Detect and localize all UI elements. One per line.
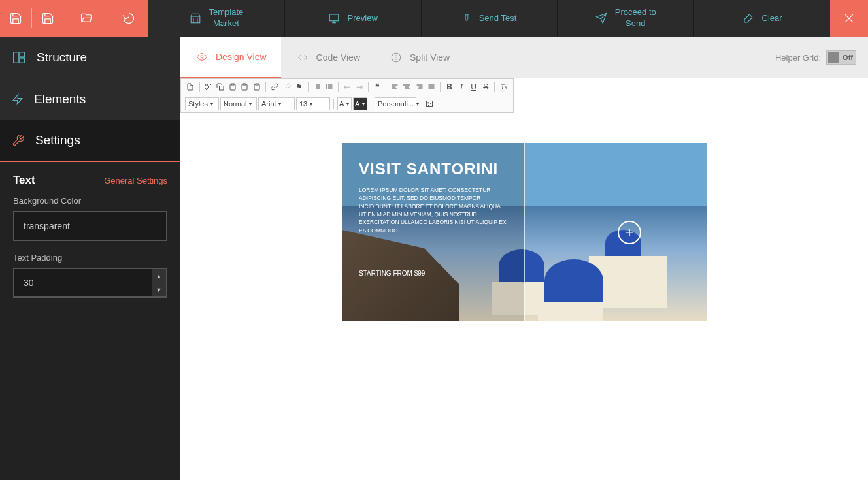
- sidebar-tab-settings[interactable]: Settings: [0, 120, 180, 162]
- svg-point-34: [326, 87, 327, 88]
- save-button[interactable]: [0, 0, 31, 37]
- rte-bg-color[interactable]: A: [353, 97, 367, 110]
- rte-blockquote[interactable]: ❝: [372, 81, 383, 93]
- rte-bold[interactable]: B: [444, 81, 455, 93]
- close-icon: [843, 12, 856, 25]
- svg-rect-14: [20, 57, 24, 62]
- tab-split-view[interactable]: Split View: [375, 37, 464, 78]
- email-price-text[interactable]: STARTING FROM $99: [359, 270, 507, 277]
- close-button[interactable]: [830, 0, 868, 37]
- email-block[interactable]: VISIT SANTORINI LOREM IPSUM DOLOR SIT AM…: [342, 143, 707, 321]
- svg-point-19: [205, 84, 207, 86]
- rte-ol[interactable]: [312, 81, 323, 93]
- svg-point-33: [326, 85, 327, 86]
- rte-paste-word[interactable]: [252, 81, 263, 93]
- proceed-send-button[interactable]: Proceed to Send: [558, 0, 694, 37]
- padding-input[interactable]: [13, 268, 167, 298]
- toolbar-file-group: [0, 0, 148, 37]
- ul-icon: [326, 83, 333, 91]
- send-icon: [595, 12, 607, 24]
- rte-align-center[interactable]: [402, 81, 413, 93]
- column-divider: [524, 143, 525, 321]
- general-settings-link[interactable]: General Settings: [104, 176, 167, 185]
- rte-new-doc[interactable]: [185, 81, 196, 93]
- rte-unlink[interactable]: [282, 81, 293, 93]
- email-heading[interactable]: VISIT SANTORINI: [359, 160, 507, 178]
- unlink-icon: [283, 83, 291, 91]
- rte-paste[interactable]: [227, 81, 239, 93]
- folder-open-icon: [79, 12, 93, 24]
- svg-rect-3: [329, 14, 339, 21]
- rte-personalize[interactable]: Personali...: [375, 97, 416, 110]
- align-justify-icon: [427, 83, 435, 91]
- svg-rect-26: [256, 84, 258, 85]
- rte-copy[interactable]: [215, 81, 226, 93]
- rte-strike[interactable]: S: [480, 81, 492, 93]
- save-as-button[interactable]: [32, 0, 63, 37]
- svg-line-9: [749, 14, 752, 18]
- rte-ul[interactable]: [324, 81, 335, 93]
- rte-indent[interactable]: ⇥: [354, 81, 365, 93]
- rte-styles-select[interactable]: Styles: [185, 97, 219, 110]
- add-element-button[interactable]: +: [618, 221, 641, 244]
- rte-format-select[interactable]: Normal: [220, 97, 257, 110]
- align-left-icon: [391, 83, 399, 91]
- market-icon: [190, 12, 201, 24]
- svg-marker-15: [13, 94, 22, 104]
- sidebar: Structure Elements Settings Text General…: [0, 37, 180, 480]
- paste-icon: [229, 83, 237, 91]
- toolbar-main-group: Template Market Preview Send Test Procee…: [148, 0, 830, 37]
- bg-color-input[interactable]: [13, 211, 167, 241]
- structure-label: Structure: [37, 50, 87, 65]
- rte-cut[interactable]: [203, 81, 214, 93]
- svg-rect-24: [231, 84, 234, 85]
- split-icon: [389, 52, 403, 63]
- rte-italic[interactable]: I: [456, 81, 467, 93]
- open-button[interactable]: [63, 0, 109, 37]
- svg-rect-0: [191, 16, 200, 23]
- rte-font-select[interactable]: Arial: [258, 97, 295, 110]
- settings-panel: Text General Settings Background Color T…: [0, 162, 180, 310]
- rte-link[interactable]: [269, 81, 280, 93]
- copy-icon: [216, 83, 224, 91]
- rte-outdent[interactable]: ⇤: [342, 81, 353, 93]
- preview-button[interactable]: Preview: [285, 0, 422, 37]
- email-body-text[interactable]: LOREM IPSUM DOLOR SIT AMET, CONSECTETUR …: [359, 186, 507, 234]
- code-view-label: Code View: [316, 52, 360, 63]
- sidebar-tab-structure[interactable]: Structure: [0, 37, 180, 78]
- rte-align-right[interactable]: [414, 81, 425, 93]
- rte-align-left[interactable]: [390, 81, 401, 93]
- test-tube-icon: [462, 12, 471, 24]
- tab-design-view[interactable]: Design View: [180, 37, 281, 78]
- svg-point-49: [428, 103, 429, 104]
- tab-code-view[interactable]: Code View: [281, 37, 375, 78]
- padding-decrement[interactable]: ▼: [152, 283, 166, 296]
- canvas[interactable]: VISIT SANTORINI LOREM IPSUM DOLOR SIT AM…: [180, 115, 868, 480]
- rte-underline[interactable]: U: [468, 81, 479, 93]
- settings-icon: [12, 134, 25, 147]
- toggle-state: Off: [843, 54, 853, 61]
- save-as-icon: [41, 12, 54, 25]
- undo-button[interactable]: [109, 0, 148, 37]
- helper-grid-toggle[interactable]: Off: [826, 50, 856, 65]
- rte-size-select[interactable]: 13: [296, 97, 330, 110]
- padding-increment[interactable]: ▲: [152, 269, 166, 283]
- rte-remove-format[interactable]: Tx: [498, 81, 509, 93]
- rte-toolbar: ⚑ ⇤ ⇥ ❝ B I U S Tx Styles Normal Arial: [180, 78, 514, 113]
- preview-icon: [328, 12, 340, 24]
- send-test-label: Send Test: [479, 13, 517, 24]
- rte-align-justify[interactable]: [426, 81, 437, 93]
- undo-icon: [122, 12, 135, 25]
- view-tabs: Design View Code View Split View Helper …: [180, 37, 868, 78]
- sidebar-tab-elements[interactable]: Elements: [0, 78, 180, 120]
- rte-image[interactable]: [424, 98, 435, 110]
- rte-text-color[interactable]: A: [337, 97, 352, 110]
- settings-label: Settings: [35, 133, 80, 148]
- text-overlay[interactable]: VISIT SANTORINI LOREM IPSUM DOLOR SIT AM…: [342, 143, 524, 321]
- elements-icon: [12, 92, 24, 106]
- rte-paste-text[interactable]: [239, 81, 250, 93]
- send-test-button[interactable]: Send Test: [422, 0, 558, 37]
- clear-button[interactable]: Clear: [694, 0, 830, 37]
- rte-anchor[interactable]: ⚑: [293, 81, 305, 93]
- template-market-button[interactable]: Template Market: [148, 0, 285, 37]
